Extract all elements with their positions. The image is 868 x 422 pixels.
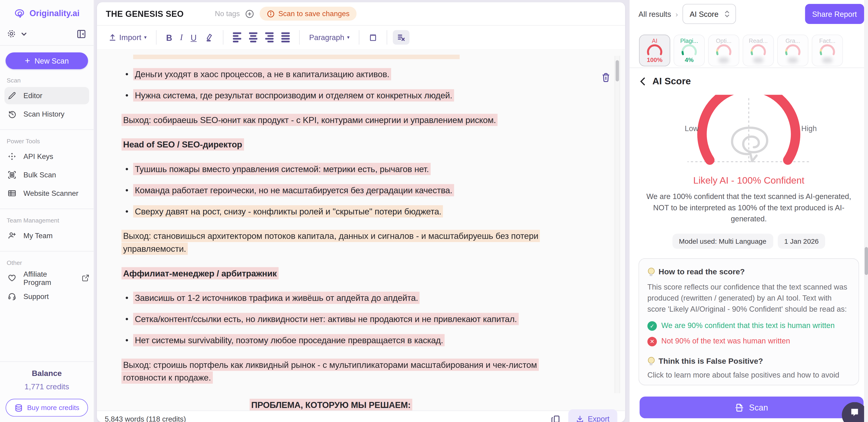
score-gauge-plagi[interactable]: Plagi... 4% <box>674 34 705 66</box>
highlight-button[interactable] <box>200 30 217 45</box>
sidebar-item-support[interactable]: Support <box>4 288 89 305</box>
blurred-score-value <box>788 57 798 63</box>
score-gauge-gra[interactable]: Gra... <box>777 34 808 66</box>
back-chevron-icon[interactable] <box>640 77 646 86</box>
balance-label: Balance <box>0 369 94 377</box>
highlighted-text: Зависишь от 1-2 источников трафика и жив… <box>133 291 420 304</box>
divider <box>0 361 94 362</box>
divider <box>0 45 94 46</box>
logo-text: Originality.ai <box>29 8 80 18</box>
paragraph-style-select[interactable]: Paragraph ▾ <box>305 30 354 45</box>
editor-scrollbar-thumb[interactable] <box>615 60 619 81</box>
bullet-marker: • <box>125 89 128 102</box>
how-to-read-body: This score reflects our confidence that … <box>647 282 850 315</box>
bullet-marker: • <box>125 291 128 304</box>
website-scanner-icon <box>8 189 16 197</box>
document-title[interactable]: THE GENESIS SEO <box>106 9 184 19</box>
gauge-arc <box>680 44 699 58</box>
breadcrumb-all-results[interactable]: All results <box>639 10 671 18</box>
lightbulb-icon <box>647 357 654 365</box>
copy-icon[interactable] <box>551 415 560 422</box>
highlighted-text: Выход: становишься архитектором потоков … <box>122 229 540 255</box>
align-justify-button[interactable] <box>277 30 293 45</box>
underline-button[interactable]: U <box>187 30 200 45</box>
bold-button[interactable]: B <box>162 30 176 45</box>
bullet-marker: • <box>125 205 128 218</box>
sidebar-item-bulk-scan[interactable]: Bulk Scan <box>4 166 89 184</box>
logo[interactable]: Originality.ai <box>0 0 94 19</box>
score-gauge-ai[interactable]: AI100% <box>639 34 670 66</box>
sidebar-item-my-team[interactable]: My Team <box>4 227 89 244</box>
editor-text-line: •Тушишь пожары вместо управления системо… <box>122 162 540 175</box>
sidebar-item-api-keys[interactable]: API Keys <box>4 148 89 165</box>
align-left-button[interactable] <box>229 30 245 45</box>
x-circle-icon: ✕ <box>647 337 657 346</box>
highlighted-text: Сетка/контент/ссылки есть, но ликвидност… <box>133 313 519 325</box>
score-type-select[interactable]: AI Score <box>683 4 736 24</box>
editor-text-line: •Сверху давят на рост, снизу - конфликты… <box>122 205 540 218</box>
verdict-note: We are 100% confident that the text scan… <box>646 191 852 225</box>
scan-button[interactable]: Scan <box>640 396 863 418</box>
editor-text-line: •Команда работает героически, но не масш… <box>122 184 540 196</box>
check-circle-icon: ✓ <box>647 321 657 331</box>
originality-app: Originality.ai + <box>0 0 868 422</box>
gauge-arc <box>749 44 768 58</box>
editor-text-line: •Зависишь от 1-2 источников трафика и жи… <box>122 291 540 304</box>
align-justify-icon <box>281 32 289 42</box>
highlighted-text: Выход: собираешь SEO-юнит как продукт - … <box>122 114 498 126</box>
export-button[interactable]: Export <box>568 409 617 422</box>
highlighter-icon <box>204 33 213 42</box>
chevron-down-icon[interactable] <box>21 30 27 37</box>
editor-card: THE GENESIS SEO No tags Scan to save cha… <box>97 2 625 422</box>
page-break-button[interactable] <box>365 30 381 45</box>
clear-formatting-button[interactable] <box>393 30 410 45</box>
import-button[interactable]: Import ▾ <box>105 30 151 45</box>
gauge-value: 4% <box>685 56 694 63</box>
breadcrumb-chevron-icon: › <box>676 10 678 18</box>
gauge-label: Read... <box>749 37 768 44</box>
share-report-button[interactable]: Share Report <box>805 4 864 24</box>
align-right-button[interactable] <box>261 30 277 45</box>
page-scrollbar[interactable] <box>864 0 868 422</box>
sidebar-item-editor[interactable]: Editor <box>4 87 89 104</box>
gauge-low-label: Low <box>685 124 699 133</box>
page-scrollbar-thumb[interactable] <box>864 247 868 275</box>
editor-content[interactable]: •Деньги уходят в хаос процессов, а не в … <box>97 49 625 411</box>
sidebar: Originality.ai + <box>0 0 94 422</box>
gear-icon[interactable] <box>7 29 16 38</box>
editor-text-line: •Нужна система, где результат воспроизво… <box>122 89 540 102</box>
headset-icon <box>8 292 16 301</box>
section-title: AI Score <box>652 76 691 87</box>
download-icon <box>576 415 584 422</box>
bullet-marker: • <box>125 162 128 175</box>
new-scan-button[interactable]: + New Scan <box>5 53 88 69</box>
sidebar-item-scan-history[interactable]: Scan History <box>4 106 89 123</box>
trash-icon[interactable] <box>601 73 611 83</box>
add-user-icon <box>8 231 16 240</box>
sidebar-item-website-scanner[interactable]: Website Scanner <box>4 185 89 202</box>
editor-scrollbar[interactable] <box>614 56 620 393</box>
plus-icon: + <box>25 56 30 66</box>
italic-button[interactable]: I <box>176 30 187 45</box>
lightbulb-icon <box>647 268 654 276</box>
false-positive-link[interactable]: Click to learn more about false positive… <box>647 371 850 379</box>
add-tag-icon[interactable] <box>245 9 254 18</box>
editor-text-line: Выход: собираешь SEO-юнит как продукт - … <box>122 113 540 126</box>
brain-watermark-icon <box>732 128 767 161</box>
clipped-text-line <box>133 55 460 59</box>
scan-date-badge: 1 Jan 2026 <box>778 233 826 249</box>
score-gauge-opti[interactable]: Opti... <box>708 34 739 66</box>
balance-value: 1,771 credits <box>0 382 94 391</box>
scan-to-save-badge: Scan to save changes <box>259 7 357 21</box>
how-to-read-box: How to read the score? This score reflec… <box>639 258 859 385</box>
score-gauge-read[interactable]: Read... <box>743 34 774 66</box>
highlighted-text: ПРОБЛЕМА, КОТОРУЮ МЫ РЕШАЕМ: <box>249 398 412 411</box>
model-used-badge: Model used: Multi Language <box>672 233 773 249</box>
sidebar-item-affiliate-program[interactable]: Affiliate Program <box>4 269 89 286</box>
gauge-arc <box>818 44 837 58</box>
buy-more-credits-button[interactable]: Buy more credits <box>5 399 88 417</box>
collapse-sidebar-icon[interactable] <box>77 29 86 38</box>
align-center-button[interactable] <box>245 30 261 45</box>
score-gauge-fact[interactable]: Fact... <box>812 34 843 66</box>
info-icon <box>267 10 275 18</box>
